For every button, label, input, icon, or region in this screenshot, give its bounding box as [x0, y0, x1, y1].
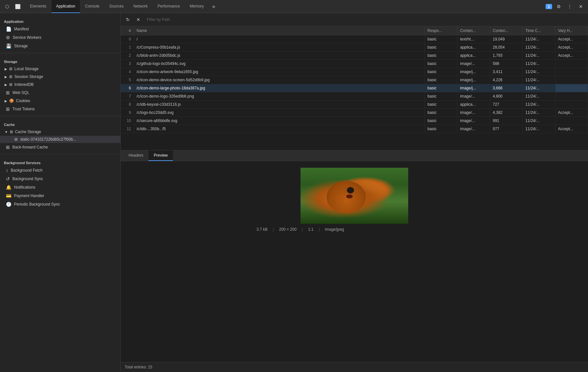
- main-layout: Application 📄 Manifest ⚙ Service Workers…: [0, 13, 588, 372]
- sidebar-item-cache-child[interactable]: ⊞ static-3741017226db5c27f50b...: [0, 136, 120, 143]
- sidebar-item-session-storage[interactable]: ▶ ⊞ Session Storage: [0, 73, 120, 81]
- background-sync-icon: ↺: [6, 176, 10, 181]
- preview-image-container: [301, 168, 408, 224]
- notifications-icon: 🔔: [6, 185, 11, 190]
- table-row[interactable]: 11/c/idb-...350b...f5basicimage/...97711…: [121, 125, 588, 133]
- col-header-response: Respo...: [425, 26, 457, 35]
- tab-preview[interactable]: Preview: [148, 150, 173, 161]
- refresh-button[interactable]: ↻: [123, 15, 132, 24]
- panda-nose: [346, 194, 353, 198]
- indexeddb-icon: ⊞: [9, 82, 12, 87]
- table-row[interactable]: 2/c/blob-anim-2db05bdc.jsbasicapplica...…: [121, 52, 588, 60]
- total-entries: Total entries: 15: [121, 362, 588, 372]
- tab-performance[interactable]: Performance: [153, 0, 185, 13]
- tab-network[interactable]: Network: [129, 0, 152, 13]
- col-header-vary: Vary H...: [555, 26, 588, 35]
- sidebar-item-web-sql[interactable]: ⊞ Web SQL: [0, 88, 120, 97]
- preview-image: [301, 168, 408, 224]
- expand-arrow-cookies: ▶: [5, 99, 7, 103]
- panda-eye: [348, 188, 353, 193]
- preview-size: 3.7 kB: [256, 227, 268, 232]
- col-header-time: Time C...: [523, 26, 555, 35]
- payment-handler-icon: 💳: [6, 193, 11, 198]
- select-tool-button[interactable]: ⬡: [3, 2, 12, 11]
- bottom-tab-bar: Headers Preview: [121, 150, 588, 161]
- service-workers-icon: ⚙: [6, 35, 10, 40]
- session-storage-icon: ⊞: [9, 74, 12, 79]
- tab-memory[interactable]: Memory: [185, 0, 209, 13]
- sidebar: Application 📄 Manifest ⚙ Service Workers…: [0, 13, 121, 372]
- tab-bar: ⬡ ⬜ Elements Application Console Sources…: [0, 0, 588, 13]
- sidebar-item-payment-handler[interactable]: 💳 Payment Handler: [0, 192, 120, 200]
- sidebar-item-notifications[interactable]: 🔔 Notifications: [0, 183, 120, 192]
- more-tabs-button[interactable]: »: [209, 2, 218, 11]
- table-row[interactable]: 6/c/icon-demo-large-photo-18da387a.jpgba…: [121, 84, 588, 92]
- manifest-icon: 📄: [6, 26, 11, 32]
- web-sql-icon: ⊞: [6, 90, 10, 95]
- table-row[interactable]: 0/basictext/ht...19,04911/24/...Accept..…: [121, 35, 588, 43]
- tab-application[interactable]: Application: [52, 0, 80, 13]
- preview-ratio: 1:1: [308, 227, 314, 232]
- close-devtools-button[interactable]: ✕: [576, 2, 585, 11]
- background-fetch-icon: ↕: [6, 168, 8, 173]
- tab-sources[interactable]: Sources: [105, 0, 128, 13]
- divider-3: [0, 154, 120, 154]
- divider-1: [0, 53, 120, 53]
- clear-button[interactable]: ✕: [134, 15, 143, 24]
- sidebar-item-cookies[interactable]: ▶ 🍪 Cookies: [0, 97, 120, 105]
- table-row[interactable]: 9/c/logo-bcc20dd5.svgbasicimage/...4,382…: [121, 109, 588, 117]
- sidebar-item-storage[interactable]: 💾 Storage: [0, 42, 120, 50]
- sidebar-item-cache-storage[interactable]: ▼ ⊞ Cache Storage: [0, 128, 120, 136]
- periodic-sync-icon: 🕐: [6, 202, 11, 207]
- col-header-content-size: Conten...: [490, 26, 523, 35]
- table-row[interactable]: 8/c/idb-keyval-c33d3116.jsbasicapplica..…: [121, 101, 588, 109]
- toolbar-icons: ⬡ ⬜: [3, 2, 22, 11]
- back-forward-icon: ⊞: [6, 145, 10, 150]
- sidebar-item-periodic-sync[interactable]: 🕐 Periodic Background Sync: [0, 200, 120, 209]
- preview-mime: image/jpeg: [325, 227, 344, 232]
- table-row[interactable]: 4/c/icon-demo-artwork-9eba1655.jpgbasici…: [121, 68, 588, 76]
- sidebar-section-storage: Storage: [0, 56, 120, 65]
- sidebar-section-cache: Cache: [0, 119, 120, 128]
- filter-input[interactable]: [144, 16, 585, 23]
- issues-badge[interactable]: 1: [546, 4, 552, 9]
- tab-elements[interactable]: Elements: [25, 0, 51, 13]
- col-header-num: #: [121, 26, 134, 35]
- expand-arrow-cache: ▼: [5, 130, 8, 134]
- table-row[interactable]: 5/c/icon-demo-device-screen-5d52d8b9.jpg…: [121, 76, 588, 84]
- col-header-content-type: Conten...: [457, 26, 490, 35]
- bottom-panel: Headers Preview 3.7 kB |: [121, 150, 588, 372]
- expand-arrow-local: ▶: [5, 67, 7, 71]
- device-toggle-button[interactable]: ⬜: [13, 2, 22, 11]
- preview-dimensions: 200 × 200: [279, 227, 297, 232]
- sidebar-item-local-storage[interactable]: ▶ ⊞ Local Storage: [0, 65, 120, 73]
- table-row[interactable]: 3/c/github-logo-bc05494c.svgbasicimage/.…: [121, 60, 588, 68]
- sidebar-section-application: Application: [0, 16, 120, 25]
- tab-console[interactable]: Console: [81, 0, 104, 13]
- divider-2: [0, 116, 120, 116]
- preview-area: 3.7 kB | 200 × 200 | 1:1 | image/jpeg: [121, 161, 588, 362]
- tab-bar-actions: 1 ⚙ ⋮ ✕: [546, 2, 585, 11]
- cache-table: # Name Respo... Conten... Conten... Time…: [121, 26, 588, 150]
- sidebar-item-service-workers[interactable]: ⚙ Service Workers: [0, 33, 120, 42]
- filter-bar: ↻ ✕: [121, 13, 588, 26]
- expand-arrow-indexed: ▶: [5, 83, 7, 86]
- sidebar-item-background-sync[interactable]: ↺ Background Sync: [0, 175, 120, 183]
- sidebar-item-trust-tokens[interactable]: ⊞ Trust Tokens: [0, 105, 120, 113]
- sidebar-item-manifest[interactable]: 📄 Manifest: [0, 25, 120, 33]
- sidebar-section-bg-services: Background Services: [0, 157, 120, 166]
- sidebar-item-background-fetch[interactable]: ↕ Background Fetch: [0, 166, 120, 175]
- settings-button[interactable]: ⚙: [554, 2, 563, 11]
- storage-icon: 💾: [6, 43, 11, 49]
- sidebar-item-back-forward[interactable]: ⊞ Back-forward Cache: [0, 143, 120, 151]
- table-row[interactable]: 7/c/icon-demo-logo-326ed9b6.pngbasicimag…: [121, 92, 588, 101]
- cache-storage-icon: ⊞: [10, 130, 13, 134]
- tab-headers[interactable]: Headers: [123, 150, 148, 161]
- table-row[interactable]: 10/c/secure-a66bbdfe.svgbasicimage/...99…: [121, 117, 588, 125]
- content-area: ↻ ✕ # Name Respo... Conten... Conten... …: [121, 13, 588, 372]
- col-header-name: Name: [134, 26, 425, 35]
- more-options-button[interactable]: ⋮: [565, 2, 574, 11]
- table-row[interactable]: 1/c/Compress-00b1eafa.jsbasicapplica...2…: [121, 43, 588, 52]
- sidebar-item-indexeddb[interactable]: ▶ ⊞ IndexedDB: [0, 81, 120, 88]
- local-storage-icon: ⊞: [9, 67, 12, 71]
